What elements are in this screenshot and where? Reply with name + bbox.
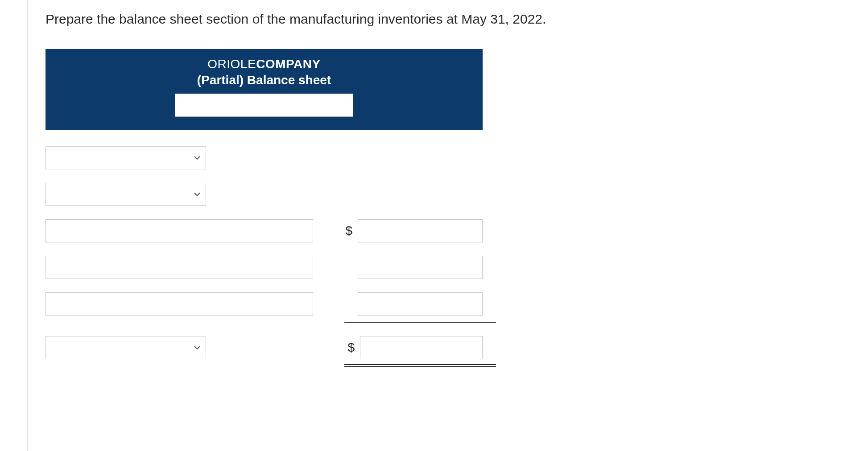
instruction-text: Prepare the balance sheet section of the…	[45, 12, 868, 27]
page-container: Prepare the balance sheet section of the…	[27, 0, 868, 451]
line-item-amount-3[interactable]	[358, 292, 483, 316]
line-item-amount-2[interactable]	[358, 256, 483, 279]
section-select-1[interactable]	[45, 146, 206, 169]
sheet-body: $	[45, 146, 483, 359]
dollar-sign: $	[341, 340, 355, 355]
section-select-row-2	[45, 183, 483, 206]
balance-sheet: ORIOLECOMPANY (Partial) Balance sheet	[45, 49, 483, 359]
dollar-sign: $	[335, 224, 352, 238]
sheet-header: ORIOLECOMPANY (Partial) Balance sheet	[45, 49, 483, 130]
company-name-suffix: COMPANY	[256, 57, 321, 71]
date-select[interactable]	[175, 94, 353, 117]
total-amount[interactable]	[360, 336, 483, 359]
line-item-label-3[interactable]	[45, 292, 313, 316]
sheet-subtitle: (Partial) Balance sheet	[50, 73, 478, 87]
line-item-label-1[interactable]	[45, 219, 313, 242]
line-item-row-3	[45, 292, 483, 316]
line-item-row-2	[45, 256, 483, 279]
section-select-row-1	[45, 146, 483, 169]
line-item-row-1: $	[45, 219, 483, 242]
subtotal-rule	[344, 322, 496, 323]
line-item-label-2[interactable]	[45, 256, 313, 279]
total-row: $	[45, 336, 483, 359]
total-label-select[interactable]	[45, 336, 206, 359]
line-item-amount-1[interactable]	[358, 219, 483, 242]
company-name-prefix: ORIOLE	[207, 57, 256, 71]
company-name: ORIOLECOMPANY	[50, 57, 478, 71]
section-select-2[interactable]	[45, 183, 206, 206]
double-rule	[344, 363, 496, 367]
